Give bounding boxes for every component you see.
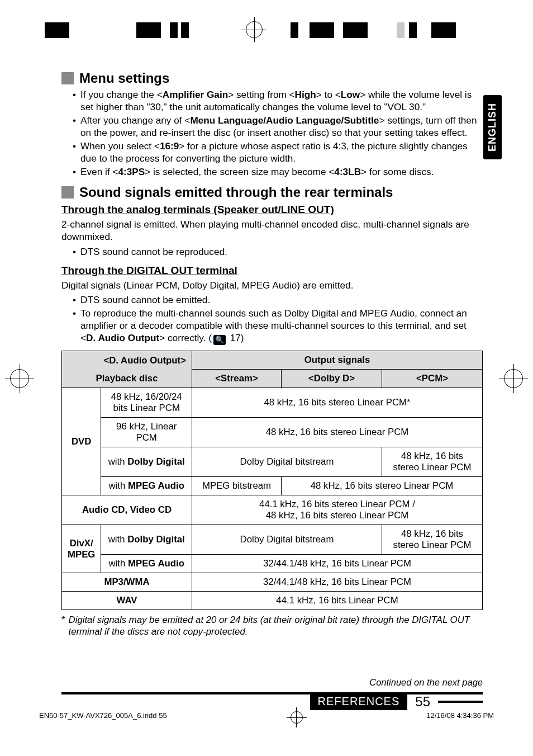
section-header-sound: Sound signals emitted through the rear t… bbox=[61, 185, 483, 200]
dvd-r2-src: 96 kHz, Linear PCM bbox=[101, 418, 192, 447]
wav-out: 44.1 kHz, 16 bits Linear PCM bbox=[192, 592, 483, 610]
menu-bullet-1: If you change the <Amplifier Gain> setti… bbox=[80, 88, 483, 113]
print-metadata-footer: EN50-57_KW-AVX726_005A_6.indd 55 12/16/0… bbox=[39, 711, 494, 724]
magnifier-icon: 🔍 bbox=[213, 335, 226, 345]
th-stream: <Stream> bbox=[192, 370, 282, 388]
dvd-r3-stream: Dolby Digital bitstream bbox=[192, 447, 382, 477]
menu-bullet-4: Even if <4:3PS> is selected, the screen … bbox=[80, 166, 434, 178]
table-row: MP3/WMA 32/44.1/48 kHz, 16 bits Linear P… bbox=[62, 573, 483, 592]
table-row: DVD 48 kHz, 16/20/24 bits Linear PCM 48 … bbox=[62, 388, 483, 418]
printer-registration-strip bbox=[39, 20, 494, 40]
divx-r2-src: with MPEG Audio bbox=[101, 555, 192, 573]
table-row: with MPEG Audio MPEG bitstream 48 kHz, 1… bbox=[62, 477, 483, 495]
page-number: 55 bbox=[415, 694, 430, 710]
dvd-r4-stream: MPEG bitstream bbox=[192, 477, 282, 495]
digital-paragraph: Digital signals (Linear PCM, Dolby Digit… bbox=[61, 279, 483, 291]
table-row: with Dolby Digital Dolby Digital bitstre… bbox=[62, 447, 483, 477]
th-pcm: <PCM> bbox=[382, 370, 483, 388]
table-row: Audio CD, Video CD 44.1 kHz, 16 bits ste… bbox=[62, 495, 483, 525]
digital-subhead: Through the DIGITAL OUT terminal bbox=[61, 264, 483, 277]
menu-bullet-3: When you select <16:9> for a picture who… bbox=[80, 140, 483, 164]
mp3-out: 32/44.1/48 kHz, 16 bits Linear PCM bbox=[192, 573, 483, 592]
section-bullet-icon bbox=[61, 186, 74, 199]
page-footer-band: REFERENCES 55 bbox=[61, 692, 483, 710]
digital-bullet-2: To reproduce the multi-channel sounds su… bbox=[80, 307, 483, 344]
dvd-r1-out: 48 kHz, 16 bits stereo Linear PCM* bbox=[192, 388, 483, 418]
register-mark-left bbox=[10, 369, 29, 388]
print-timestamp: 12/16/08 4:34:36 PM bbox=[426, 711, 494, 724]
menu-bullet-2: After you change any of <Menu Language/A… bbox=[80, 114, 483, 139]
divx-r2-out: 32/44.1/48 kHz, 16 bits Linear PCM bbox=[192, 555, 483, 573]
section-bullet-icon bbox=[61, 72, 74, 84]
divx-r1-pcm: 48 kHz, 16 bits stereo Linear PCM bbox=[382, 525, 483, 555]
menu-bullet-list: • If you change the <Amplifier Gain> set… bbox=[73, 88, 483, 178]
section-title-menu: Menu settings bbox=[79, 70, 169, 86]
th-output: Output signals bbox=[192, 351, 483, 370]
table-footnote: *Digital signals may be emitted at 20 or… bbox=[61, 615, 483, 638]
analog-paragraph: 2-channel signal is emitted. When playin… bbox=[61, 218, 483, 243]
digital-bullet-1: DTS sound cannot be emitted. bbox=[80, 294, 210, 306]
continued-note: Continued on the next page bbox=[61, 677, 483, 688]
language-tab: ENGLISH bbox=[483, 95, 502, 159]
acd-out: 44.1 kHz, 16 bits stereo Linear PCM / 48… bbox=[192, 495, 483, 525]
dvd-label: DVD bbox=[72, 436, 91, 447]
acd-label: Audio CD, Video CD bbox=[82, 504, 172, 515]
divx-r1-stream: Dolby Digital bitstream bbox=[192, 525, 382, 555]
table-row: WAV 44.1 kHz, 16 bits Linear PCM bbox=[62, 592, 483, 610]
register-mark-bottom bbox=[291, 711, 303, 724]
output-signals-table: <D. Audio Output> Output signals Playbac… bbox=[61, 351, 483, 610]
analog-bullet-1: DTS sound cannot be reproduced. bbox=[80, 245, 227, 258]
section-title-sound: Sound signals emitted through the rear t… bbox=[79, 185, 393, 200]
dvd-r4-src: with MPEG Audio bbox=[101, 477, 192, 495]
dvd-r3-pcm: 48 kHz, 16 bits stereo Linear PCM bbox=[382, 447, 483, 477]
dvd-r2-out: 48 kHz, 16 bits stereo Linear PCM bbox=[192, 418, 483, 447]
dvd-r4-pcm: 48 kHz, 16 bits stereo Linear PCM bbox=[282, 477, 483, 495]
table-row: 96 kHz, Linear PCM 48 kHz, 16 bits stere… bbox=[62, 418, 483, 447]
wav-label: WAV bbox=[117, 595, 137, 606]
mp3-label: MP3/WMA bbox=[104, 577, 149, 587]
references-pill: REFERENCES bbox=[310, 693, 408, 710]
th-dolby: <Dolby D> bbox=[282, 370, 382, 388]
divx-label: DivX/ MPEG bbox=[68, 538, 95, 560]
dvd-r3-src: with Dolby Digital bbox=[101, 447, 192, 477]
section-header-menu: Menu settings bbox=[61, 70, 483, 86]
th-playback: Playback disc bbox=[62, 370, 192, 388]
print-file-name: EN50-57_KW-AVX726_005A_6.indd 55 bbox=[39, 711, 167, 724]
divx-r1-src: with Dolby Digital bbox=[101, 525, 192, 555]
register-mark-right bbox=[504, 369, 523, 388]
th-daudio: <D. Audio Output> bbox=[62, 351, 192, 370]
analog-subhead: Through the analog terminals (Speaker ou… bbox=[61, 204, 483, 216]
dvd-r1-src: 48 kHz, 16/20/24 bits Linear PCM bbox=[101, 388, 192, 418]
table-row: with MPEG Audio 32/44.1/48 kHz, 16 bits … bbox=[62, 555, 483, 573]
table-row: DivX/ MPEG with Dolby Digital Dolby Digi… bbox=[62, 525, 483, 555]
